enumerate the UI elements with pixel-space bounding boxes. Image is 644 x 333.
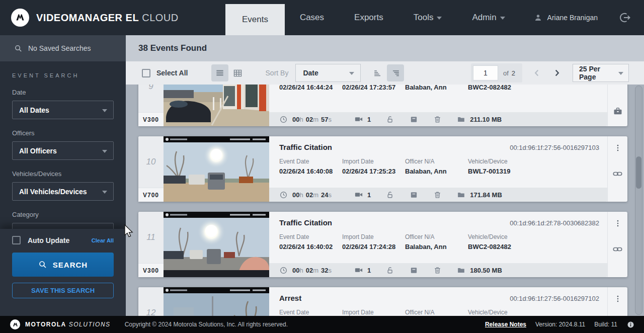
- device-badge: V300: [138, 263, 164, 277]
- camera-count: 1: [367, 267, 371, 274]
- tab-cases[interactable]: Cases: [285, 0, 339, 35]
- search-icon: [38, 260, 47, 269]
- officer-value: Balaban, Ann: [405, 85, 468, 91]
- sort-by-label: Sort By: [266, 69, 289, 77]
- video-camera-icon: [354, 115, 363, 124]
- per-page-select[interactable]: 25 Per Page: [573, 64, 629, 82]
- page-number-chip: of2: [471, 63, 522, 82]
- event-date-value: 02/26/24 16:44:24: [279, 85, 342, 91]
- more-options-button[interactable]: [611, 217, 624, 232]
- date-filter-select[interactable]: All Dates: [12, 101, 114, 119]
- unlock-button[interactable]: [386, 191, 394, 199]
- video-camera-icon: [354, 266, 363, 275]
- sort-ascending-button[interactable]: [369, 64, 386, 81]
- row-number: 12: [138, 287, 164, 316]
- user-menu[interactable]: Ariane Branigan: [533, 13, 598, 23]
- chevron-down-icon: [437, 17, 442, 20]
- search-sidebar: No Saved Searches EVENT SEARCH Date All …: [0, 35, 126, 316]
- logout-button[interactable]: [619, 12, 631, 24]
- duration: 00h02m32s: [292, 267, 334, 274]
- select-all-checkbox[interactable]: [142, 69, 150, 77]
- event-title: Traffic Citation: [279, 143, 332, 151]
- sort-descending-button[interactable]: [387, 64, 404, 81]
- search-actions-panel: Auto Update Clear All SEARCH SAVE THIS S…: [0, 229, 126, 316]
- unlock-button[interactable]: [386, 115, 394, 124]
- select-all-label: Select All: [156, 69, 188, 77]
- release-notes-link[interactable]: Release Notes: [485, 321, 526, 328]
- file-size-value: 180.50 MB: [470, 267, 502, 274]
- trash-icon: [433, 115, 442, 124]
- vehicles-filter-select[interactable]: All Vehicles/Devices: [12, 182, 114, 201]
- import-date-value: 02/26/24 17:23:57: [342, 85, 405, 91]
- results-header: 38 Events Found: [126, 35, 644, 61]
- unlock-button[interactable]: [386, 266, 394, 275]
- archive-button[interactable]: [410, 115, 418, 124]
- officers-filter-label: Officers: [12, 129, 114, 137]
- delete-button[interactable]: [433, 191, 442, 199]
- camera-count: 1: [367, 116, 371, 123]
- version-text: Version: 2024.8.11: [535, 321, 585, 328]
- next-page-button[interactable]: [551, 67, 562, 78]
- clear-all-link[interactable]: Clear All: [92, 237, 114, 243]
- footer-brand: MOTOROLASOLUTIONS: [25, 321, 111, 328]
- save-this-search-button[interactable]: SAVE THIS SEARCH: [12, 283, 114, 298]
- event-thumbnail[interactable]: [164, 287, 269, 316]
- saved-searches[interactable]: No Saved Searches: [0, 35, 126, 61]
- page-number-input[interactable]: [473, 65, 498, 80]
- info-icon[interactable]: [626, 320, 635, 329]
- tab-exports[interactable]: Exports: [339, 0, 398, 35]
- delete-button[interactable]: [433, 266, 442, 275]
- kebab-menu-icon: [613, 219, 622, 228]
- more-options-button[interactable]: [611, 292, 624, 307]
- link-button[interactable]: [612, 244, 623, 257]
- event-details: Event Date02/26/24 16:44:24 Import Date0…: [269, 85, 607, 126]
- person-icon: [533, 13, 543, 23]
- delete-button[interactable]: [433, 115, 442, 124]
- file-size-value: 171.84 MB: [470, 191, 502, 199]
- event-row-11[interactable]: 11 V300: [138, 212, 627, 277]
- archive-button[interactable]: [410, 266, 418, 275]
- link-button[interactable]: [612, 169, 623, 181]
- event-row-12[interactable]: 12: [138, 287, 627, 316]
- import-date-label: Import Date: [342, 233, 405, 240]
- event-thumbnail[interactable]: [164, 136, 269, 202]
- video-camera-icon: [354, 190, 363, 199]
- officer-label: Officer N/A: [405, 158, 468, 165]
- event-thumbnail[interactable]: [164, 85, 269, 126]
- trash-icon: [433, 266, 442, 275]
- import-date-value: 02/26/24 17:25:23: [342, 168, 405, 175]
- previous-page-button[interactable]: [531, 67, 542, 78]
- event-title: Arrest: [279, 294, 301, 302]
- import-date-label: Import Date: [342, 158, 405, 165]
- auto-update-checkbox[interactable]: [12, 236, 21, 244]
- event-title: Traffic Citation: [279, 218, 332, 227]
- more-options-button[interactable]: [611, 141, 624, 156]
- sort-descending-icon: [391, 68, 400, 78]
- event-date-label: Event Date: [279, 233, 342, 240]
- event-thumbnail[interactable]: [164, 212, 269, 277]
- tab-events[interactable]: Events: [225, 4, 285, 35]
- app-title: VIDEOMANAGER ELCLOUD: [36, 12, 179, 24]
- chevron-down-icon: [102, 191, 107, 194]
- tab-tools[interactable]: Tools: [398, 0, 457, 35]
- officers-filter-select[interactable]: All Officers: [12, 141, 114, 160]
- category-filter-label: Category: [12, 211, 114, 218]
- search-button[interactable]: SEARCH: [12, 253, 114, 277]
- list-view-button[interactable]: [211, 64, 228, 81]
- evidence-case-button[interactable]: [613, 106, 623, 118]
- kebab-menu-icon: [613, 294, 622, 303]
- archive-button[interactable]: [410, 191, 418, 199]
- event-row-9[interactable]: 9 V300: [138, 85, 627, 126]
- grid-view-button[interactable]: [229, 64, 247, 81]
- sort-field-select[interactable]: Date: [295, 64, 361, 82]
- duration: 00h02m57s: [292, 116, 334, 123]
- scrollbar-thumb[interactable]: [636, 156, 641, 189]
- chevron-down-icon: [349, 72, 354, 75]
- event-row-10[interactable]: 10 V700: [138, 136, 627, 202]
- unlock-icon: [386, 266, 394, 275]
- nav-tabs: Events Cases Exports Tools Admin: [225, 0, 520, 35]
- event-id: 00:1d:96:1f:27:56-0016297103: [510, 144, 599, 151]
- tab-admin[interactable]: Admin: [457, 0, 520, 35]
- vertical-scrollbar[interactable]: [635, 86, 642, 315]
- archive-icon: [410, 266, 418, 275]
